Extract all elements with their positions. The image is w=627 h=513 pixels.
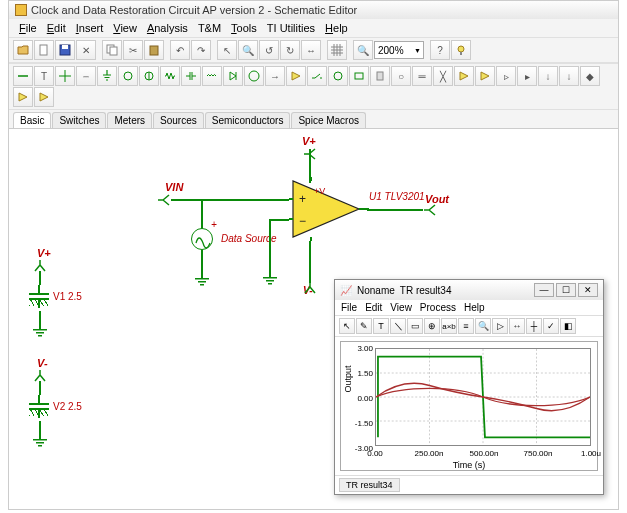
ground-icon[interactable] xyxy=(97,66,117,86)
menu-tools[interactable]: Tools xyxy=(227,21,261,35)
lamp-icon[interactable] xyxy=(451,40,471,60)
arrowdown-icon[interactable]: ↓ xyxy=(538,66,558,86)
menu-tiutilities[interactable]: TI Utilities xyxy=(263,21,319,35)
amp4-icon[interactable] xyxy=(34,87,54,107)
ic-icon[interactable] xyxy=(370,66,390,86)
tab-basic[interactable]: Basic xyxy=(13,112,51,128)
maximize-icon[interactable]: ☐ xyxy=(556,283,576,297)
menu-file[interactable]: FFileile xyxy=(15,21,41,35)
ref-icon[interactable]: ◆ xyxy=(580,66,600,86)
r-unknown-icon[interactable]: ◧ xyxy=(560,318,576,334)
wire xyxy=(39,271,41,285)
port-icon[interactable]: ○ xyxy=(391,66,411,86)
copy-icon[interactable] xyxy=(102,40,122,60)
amp-icon[interactable] xyxy=(286,66,306,86)
net-icon[interactable]: ╳ xyxy=(433,66,453,86)
bus-icon[interactable]: ═ xyxy=(412,66,432,86)
minimize-icon[interactable]: — xyxy=(534,283,554,297)
find-icon[interactable]: 🔍 xyxy=(238,40,258,60)
paste-icon[interactable] xyxy=(144,40,164,60)
new-icon[interactable] xyxy=(34,40,54,60)
close-window-icon[interactable]: ✕ xyxy=(578,283,598,297)
menu-analysis[interactable]: Analysis xyxy=(143,21,192,35)
inductor-icon[interactable] xyxy=(202,66,222,86)
menu-help[interactable]: Help xyxy=(321,21,352,35)
close-icon[interactable]: ✕ xyxy=(76,40,96,60)
r-axb-icon[interactable]: a×b xyxy=(441,318,457,334)
result-menu-process[interactable]: Process xyxy=(420,302,456,313)
result-menu-edit[interactable]: Edit xyxy=(365,302,382,313)
r-cursor-icon[interactable]: ┼ xyxy=(526,318,542,334)
undo-icon[interactable]: ↶ xyxy=(170,40,190,60)
r-line-icon[interactable]: ＼ xyxy=(390,318,406,334)
result-menu-help[interactable]: Help xyxy=(464,302,485,313)
open-icon[interactable] xyxy=(13,40,33,60)
tab-sources[interactable]: Sources xyxy=(153,112,204,128)
amp3-icon[interactable] xyxy=(13,87,33,107)
r-target-icon[interactable]: ⊕ xyxy=(424,318,440,334)
pointer-icon[interactable]: ↖ xyxy=(217,40,237,60)
chip2-icon[interactable] xyxy=(475,66,495,86)
opamp-u1[interactable]: + − xyxy=(289,177,369,245)
menu-edit[interactable]: Edit xyxy=(43,21,70,35)
switch-icon[interactable] xyxy=(307,66,327,86)
probe-icon[interactable]: ⎓ xyxy=(76,66,96,86)
r-sep-icon[interactable]: ↔ xyxy=(509,318,525,334)
cut-icon[interactable]: ✂ xyxy=(123,40,143,60)
menu-tm[interactable]: T&M xyxy=(194,21,225,35)
net-vminus-left: V- xyxy=(37,357,48,369)
data-source-symbol[interactable] xyxy=(191,228,213,250)
r-text-icon[interactable]: T xyxy=(373,318,389,334)
result-menu-file[interactable]: File xyxy=(341,302,357,313)
text-icon[interactable]: T xyxy=(34,66,54,86)
voltage-src-icon[interactable] xyxy=(118,66,138,86)
vin-port-icon xyxy=(157,193,171,207)
menu-view[interactable]: View xyxy=(109,21,141,35)
arrow-right-icon[interactable]: → xyxy=(265,66,285,86)
rotate-left-icon[interactable]: ↺ xyxy=(259,40,279,60)
help-icon[interactable]: ? xyxy=(430,40,450,60)
tab-spice[interactable]: Spice Macros xyxy=(291,112,366,128)
meter-icon[interactable] xyxy=(328,66,348,86)
ground-icon xyxy=(193,272,211,286)
tab-switches[interactable]: Switches xyxy=(52,112,106,128)
tab-meters[interactable]: Meters xyxy=(107,112,152,128)
current-src-icon[interactable] xyxy=(139,66,159,86)
tab-semiconductors[interactable]: Semiconductors xyxy=(205,112,291,128)
r-legend-icon[interactable]: ≡ xyxy=(458,318,474,334)
macro-icon[interactable]: ▹ xyxy=(496,66,516,86)
r-rect-icon[interactable]: ▭ xyxy=(407,318,423,334)
redo-icon[interactable]: ↷ xyxy=(191,40,211,60)
r-check-icon[interactable]: ✓ xyxy=(543,318,559,334)
diode-icon[interactable] xyxy=(223,66,243,86)
result-tab[interactable]: TR result34 xyxy=(339,478,400,492)
junction-icon[interactable] xyxy=(55,66,75,86)
mirror-icon[interactable]: ↔ xyxy=(301,40,321,60)
capacitor-icon[interactable] xyxy=(181,66,201,86)
r-tri-icon[interactable]: ▷ xyxy=(492,318,508,334)
result-menu-view[interactable]: View xyxy=(390,302,412,313)
result-window[interactable]: 📈 Noname TR result34 — ☐ ✕ File Edit Vie… xyxy=(334,279,604,495)
result-titlebar[interactable]: 📈 Noname TR result34 — ☐ ✕ xyxy=(335,280,603,300)
r-annotate-icon[interactable]: ✎ xyxy=(356,318,372,334)
save-icon[interactable] xyxy=(55,40,75,60)
menu-insert[interactable]: Insert xyxy=(72,21,108,35)
logic-icon[interactable] xyxy=(349,66,369,86)
grid-icon[interactable] xyxy=(327,40,347,60)
wire-icon[interactable] xyxy=(13,66,33,86)
v1-source[interactable] xyxy=(27,285,53,313)
zoom-select[interactable]: 200% ▼ xyxy=(374,41,424,59)
rotate-right-icon[interactable]: ↻ xyxy=(280,40,300,60)
v2-source[interactable] xyxy=(27,395,53,423)
transistor-icon[interactable] xyxy=(244,66,264,86)
r-zoomin-icon[interactable]: 🔍 xyxy=(475,318,491,334)
wire xyxy=(171,199,289,201)
result-plot[interactable]: Output Time (s) xyxy=(340,341,598,471)
resistor-icon[interactable] xyxy=(160,66,180,86)
arrowdown2-icon[interactable]: ↓ xyxy=(559,66,579,86)
macro2-icon[interactable]: ▸ xyxy=(517,66,537,86)
zoom-in-icon[interactable]: 🔍 xyxy=(353,40,373,60)
chip-icon[interactable] xyxy=(454,66,474,86)
r-pointer-icon[interactable]: ↖ xyxy=(339,318,355,334)
schematic-canvas[interactable]: V+ VIN + Data Source + − xyxy=(9,129,618,509)
